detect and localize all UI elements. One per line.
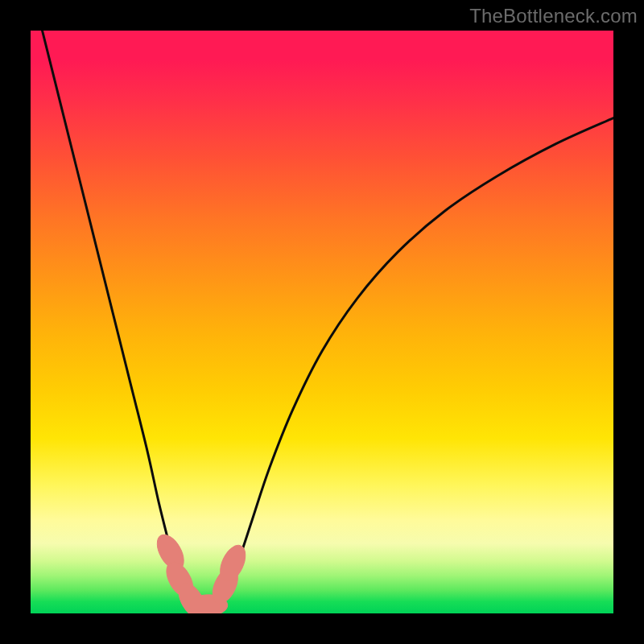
watermark-text: TheBottleneck.com (469, 5, 638, 27)
chart-svg (31, 31, 613, 613)
curve-markers (152, 530, 251, 613)
bottleneck-curve (42, 31, 613, 607)
chart-plot-area (31, 31, 613, 613)
chart-frame: TheBottleneck.com (0, 0, 644, 644)
curve-layer (42, 31, 613, 607)
